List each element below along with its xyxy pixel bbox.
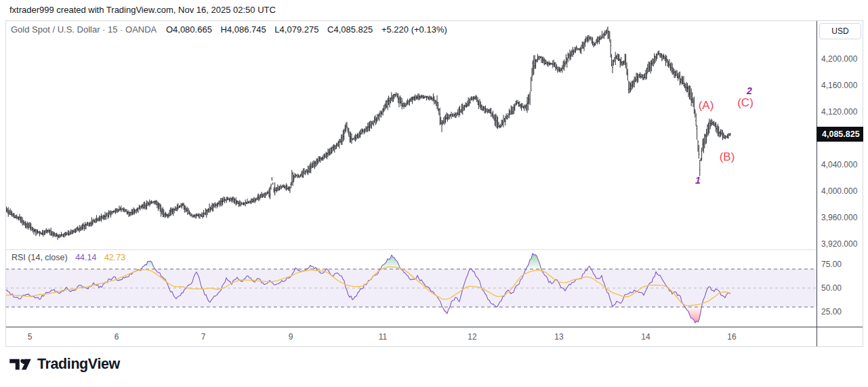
page: { "attribution": "fxtrader999 created wi… xyxy=(0,0,868,387)
price-tick-label: 4,200.000 xyxy=(821,54,857,64)
rsi-ma-value: 42.73 xyxy=(104,253,125,262)
time-tick-label: 11 xyxy=(379,332,387,342)
time-tick-label: 13 xyxy=(554,332,563,342)
price-tick-label: 4,040.000 xyxy=(821,160,857,169)
last-price-badge: 4,085.825 xyxy=(817,127,863,142)
time-tick-label: 14 xyxy=(641,332,650,342)
time-tick-label: 12 xyxy=(468,332,476,342)
time-tick-label: 5 xyxy=(28,332,33,342)
ohlc-close: C4,085.825 xyxy=(327,24,373,35)
snapshot-attribution: fxtrader999 created with TradingView.com… xyxy=(9,5,276,15)
chart-widget: Gold Spot / U.S. Dollar · 15 · OANDA O4,… xyxy=(5,20,863,347)
symbol-title[interactable]: Gold Spot / U.S. Dollar · 15 · OANDA xyxy=(11,24,157,35)
tradingview-logo-icon xyxy=(9,355,32,373)
rsi-tick-label: 75.00 xyxy=(821,260,842,269)
price-tick-label: 3,920.000 xyxy=(821,239,857,249)
rsi-indicator-title[interactable]: RSI (14, close) xyxy=(12,253,68,262)
price-tick-label: 4,160.000 xyxy=(821,81,857,90)
rsi-tick-label: 25.00 xyxy=(821,307,842,317)
rsi-tick-label: 50.00 xyxy=(821,283,842,293)
price-change: +5.220 (+0.13%) xyxy=(381,24,447,35)
chart-legend: Gold Spot / U.S. Dollar · 15 · OANDA O4,… xyxy=(11,24,447,35)
chart-canvas[interactable] xyxy=(5,20,863,347)
ohlc-low: L4,079.275 xyxy=(274,24,318,35)
currency-toggle-button[interactable]: USD xyxy=(819,23,861,39)
elliott-wave-label[interactable]: (B) xyxy=(720,151,735,163)
elliott-wave-label[interactable]: (A) xyxy=(699,100,714,111)
tradingview-logo[interactable]: TradingView xyxy=(9,355,120,373)
time-tick-label: 16 xyxy=(727,332,736,342)
time-tick-label: 7 xyxy=(201,332,206,342)
ohlc-open: O4,080.665 xyxy=(166,24,212,35)
elliott-wave-label[interactable]: 1 xyxy=(695,176,701,185)
price-tick-label: 3,960.000 xyxy=(821,213,857,222)
price-tick-label: 4,000.000 xyxy=(821,186,857,196)
elliott-wave-label[interactable]: (C) xyxy=(737,97,753,108)
rsi-legend: RSI (14, close) 44.14 42.73 xyxy=(12,253,125,262)
elliott-wave-label[interactable]: 2 xyxy=(747,86,752,96)
rsi-value: 44.14 xyxy=(75,253,96,262)
price-tick-label: 4,120.000 xyxy=(821,107,857,117)
tradingview-wordmark: TradingView xyxy=(37,356,120,373)
ohlc-high: H4,086.745 xyxy=(221,24,266,35)
time-tick-label: 9 xyxy=(289,332,293,342)
time-tick-label: 6 xyxy=(115,332,119,342)
